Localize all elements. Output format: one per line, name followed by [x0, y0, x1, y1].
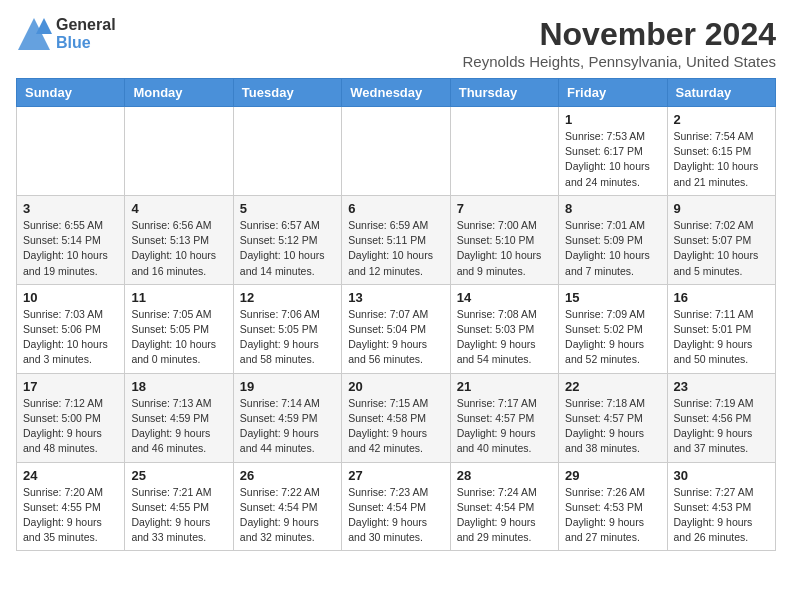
logo-general-text: General [56, 16, 116, 34]
calendar-cell: 18Sunrise: 7:13 AM Sunset: 4:59 PM Dayli… [125, 373, 233, 462]
day-number: 18 [131, 379, 226, 394]
calendar-cell [450, 107, 558, 196]
calendar-cell: 11Sunrise: 7:05 AM Sunset: 5:05 PM Dayli… [125, 284, 233, 373]
month-title: November 2024 [462, 16, 776, 53]
title-area: November 2024 Reynolds Heights, Pennsylv… [462, 16, 776, 70]
weekday-header-row: SundayMondayTuesdayWednesdayThursdayFrid… [17, 79, 776, 107]
day-number: 10 [23, 290, 118, 305]
calendar-cell: 12Sunrise: 7:06 AM Sunset: 5:05 PM Dayli… [233, 284, 341, 373]
calendar-cell: 17Sunrise: 7:12 AM Sunset: 5:00 PM Dayli… [17, 373, 125, 462]
logo: General Blue [16, 16, 116, 52]
day-number: 14 [457, 290, 552, 305]
day-info: Sunrise: 7:12 AM Sunset: 5:00 PM Dayligh… [23, 396, 118, 457]
calendar-cell: 21Sunrise: 7:17 AM Sunset: 4:57 PM Dayli… [450, 373, 558, 462]
weekday-header-thursday: Thursday [450, 79, 558, 107]
day-number: 5 [240, 201, 335, 216]
calendar-cell: 24Sunrise: 7:20 AM Sunset: 4:55 PM Dayli… [17, 462, 125, 551]
day-info: Sunrise: 7:18 AM Sunset: 4:57 PM Dayligh… [565, 396, 660, 457]
calendar-cell: 15Sunrise: 7:09 AM Sunset: 5:02 PM Dayli… [559, 284, 667, 373]
day-info: Sunrise: 7:05 AM Sunset: 5:05 PM Dayligh… [131, 307, 226, 368]
calendar-cell: 22Sunrise: 7:18 AM Sunset: 4:57 PM Dayli… [559, 373, 667, 462]
day-number: 21 [457, 379, 552, 394]
day-info: Sunrise: 7:15 AM Sunset: 4:58 PM Dayligh… [348, 396, 443, 457]
calendar-body: 1Sunrise: 7:53 AM Sunset: 6:17 PM Daylig… [17, 107, 776, 551]
day-number: 24 [23, 468, 118, 483]
day-info: Sunrise: 7:26 AM Sunset: 4:53 PM Dayligh… [565, 485, 660, 546]
header: General Blue November 2024 Reynolds Heig… [16, 16, 776, 70]
day-info: Sunrise: 7:00 AM Sunset: 5:10 PM Dayligh… [457, 218, 552, 279]
weekday-header-monday: Monday [125, 79, 233, 107]
day-number: 17 [23, 379, 118, 394]
calendar-cell: 26Sunrise: 7:22 AM Sunset: 4:54 PM Dayli… [233, 462, 341, 551]
calendar-cell: 9Sunrise: 7:02 AM Sunset: 5:07 PM Daylig… [667, 195, 775, 284]
weekday-header-saturday: Saturday [667, 79, 775, 107]
week-row-2: 10Sunrise: 7:03 AM Sunset: 5:06 PM Dayli… [17, 284, 776, 373]
day-info: Sunrise: 7:07 AM Sunset: 5:04 PM Dayligh… [348, 307, 443, 368]
day-number: 4 [131, 201, 226, 216]
week-row-3: 17Sunrise: 7:12 AM Sunset: 5:00 PM Dayli… [17, 373, 776, 462]
logo-blue-text: Blue [56, 34, 116, 52]
day-number: 6 [348, 201, 443, 216]
day-info: Sunrise: 7:06 AM Sunset: 5:05 PM Dayligh… [240, 307, 335, 368]
calendar-cell: 25Sunrise: 7:21 AM Sunset: 4:55 PM Dayli… [125, 462, 233, 551]
day-number: 12 [240, 290, 335, 305]
day-info: Sunrise: 6:57 AM Sunset: 5:12 PM Dayligh… [240, 218, 335, 279]
day-number: 9 [674, 201, 769, 216]
day-info: Sunrise: 6:56 AM Sunset: 5:13 PM Dayligh… [131, 218, 226, 279]
calendar-cell: 3Sunrise: 6:55 AM Sunset: 5:14 PM Daylig… [17, 195, 125, 284]
calendar-cell: 1Sunrise: 7:53 AM Sunset: 6:17 PM Daylig… [559, 107, 667, 196]
day-info: Sunrise: 7:17 AM Sunset: 4:57 PM Dayligh… [457, 396, 552, 457]
day-number: 3 [23, 201, 118, 216]
logo-icon [16, 16, 52, 52]
calendar-cell: 4Sunrise: 6:56 AM Sunset: 5:13 PM Daylig… [125, 195, 233, 284]
day-info: Sunrise: 7:20 AM Sunset: 4:55 PM Dayligh… [23, 485, 118, 546]
calendar-cell: 13Sunrise: 7:07 AM Sunset: 5:04 PM Dayli… [342, 284, 450, 373]
calendar-cell: 10Sunrise: 7:03 AM Sunset: 5:06 PM Dayli… [17, 284, 125, 373]
day-info: Sunrise: 6:55 AM Sunset: 5:14 PM Dayligh… [23, 218, 118, 279]
week-row-1: 3Sunrise: 6:55 AM Sunset: 5:14 PM Daylig… [17, 195, 776, 284]
calendar-cell: 29Sunrise: 7:26 AM Sunset: 4:53 PM Dayli… [559, 462, 667, 551]
day-info: Sunrise: 7:14 AM Sunset: 4:59 PM Dayligh… [240, 396, 335, 457]
day-number: 30 [674, 468, 769, 483]
day-info: Sunrise: 7:53 AM Sunset: 6:17 PM Dayligh… [565, 129, 660, 190]
day-number: 8 [565, 201, 660, 216]
calendar-cell: 16Sunrise: 7:11 AM Sunset: 5:01 PM Dayli… [667, 284, 775, 373]
day-number: 11 [131, 290, 226, 305]
day-info: Sunrise: 7:24 AM Sunset: 4:54 PM Dayligh… [457, 485, 552, 546]
day-number: 1 [565, 112, 660, 127]
day-number: 13 [348, 290, 443, 305]
day-number: 16 [674, 290, 769, 305]
weekday-header-sunday: Sunday [17, 79, 125, 107]
week-row-0: 1Sunrise: 7:53 AM Sunset: 6:17 PM Daylig… [17, 107, 776, 196]
day-number: 26 [240, 468, 335, 483]
day-info: Sunrise: 7:09 AM Sunset: 5:02 PM Dayligh… [565, 307, 660, 368]
day-info: Sunrise: 7:08 AM Sunset: 5:03 PM Dayligh… [457, 307, 552, 368]
day-number: 23 [674, 379, 769, 394]
calendar-header: SundayMondayTuesdayWednesdayThursdayFrid… [17, 79, 776, 107]
day-info: Sunrise: 7:54 AM Sunset: 6:15 PM Dayligh… [674, 129, 769, 190]
day-number: 2 [674, 112, 769, 127]
day-info: Sunrise: 7:13 AM Sunset: 4:59 PM Dayligh… [131, 396, 226, 457]
day-number: 25 [131, 468, 226, 483]
location-title: Reynolds Heights, Pennsylvania, United S… [462, 53, 776, 70]
day-number: 15 [565, 290, 660, 305]
day-number: 19 [240, 379, 335, 394]
day-number: 27 [348, 468, 443, 483]
day-number: 28 [457, 468, 552, 483]
calendar-cell [17, 107, 125, 196]
day-info: Sunrise: 7:02 AM Sunset: 5:07 PM Dayligh… [674, 218, 769, 279]
calendar-cell: 19Sunrise: 7:14 AM Sunset: 4:59 PM Dayli… [233, 373, 341, 462]
calendar-cell [342, 107, 450, 196]
calendar-cell: 28Sunrise: 7:24 AM Sunset: 4:54 PM Dayli… [450, 462, 558, 551]
calendar-cell: 2Sunrise: 7:54 AM Sunset: 6:15 PM Daylig… [667, 107, 775, 196]
day-number: 22 [565, 379, 660, 394]
day-info: Sunrise: 7:27 AM Sunset: 4:53 PM Dayligh… [674, 485, 769, 546]
calendar-cell: 5Sunrise: 6:57 AM Sunset: 5:12 PM Daylig… [233, 195, 341, 284]
weekday-header-wednesday: Wednesday [342, 79, 450, 107]
svg-marker-1 [36, 18, 52, 34]
day-number: 20 [348, 379, 443, 394]
day-info: Sunrise: 7:01 AM Sunset: 5:09 PM Dayligh… [565, 218, 660, 279]
day-info: Sunrise: 7:11 AM Sunset: 5:01 PM Dayligh… [674, 307, 769, 368]
calendar-cell: 27Sunrise: 7:23 AM Sunset: 4:54 PM Dayli… [342, 462, 450, 551]
calendar-cell: 20Sunrise: 7:15 AM Sunset: 4:58 PM Dayli… [342, 373, 450, 462]
